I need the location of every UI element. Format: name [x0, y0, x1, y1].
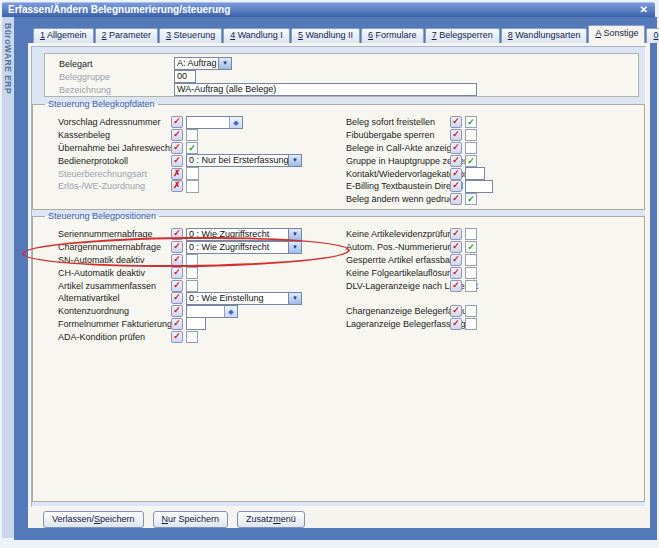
bedienerprotokoll-combobox[interactable]: 0 : Nur bei Ersterfassung/Änderung▼: [186, 154, 302, 167]
chargenanzeige-belegerfassung-flag-icon[interactable]: ✓: [450, 305, 462, 317]
belegart-combobox[interactable]: A: Auftrag▼: [174, 57, 232, 70]
e-billing-textbaustein-direktd-input[interactable]: [465, 180, 493, 193]
bedienerprotokoll-flag-icon[interactable]: ✓: [171, 155, 183, 167]
ada-kondition-pr-fen-flag-icon[interactable]: ✓: [171, 331, 183, 343]
alternativartikel-combobox[interactable]: 0 : Wie Einstellung▼: [186, 292, 302, 305]
dropdown-arrow-icon[interactable]: ▼: [218, 58, 231, 69]
gruppe-in-hauptgruppe-zeigen-flag-icon[interactable]: ✓: [450, 155, 462, 167]
belege-in-call-akte-anzeigen-checkbox[interactable]: [465, 142, 477, 154]
e-billing-textbaustein-direktd-flag-icon[interactable]: ✓: [450, 180, 462, 192]
row-formelnummer-fakturierung: Formelnummer Fakturierung✓: [58, 318, 302, 331]
chargenanzeige-belegerfassung-checkbox[interactable]: [465, 305, 477, 317]
window-titlebar[interactable]: Erfassen/Ändern Belegnumerierung/steueru…: [2, 2, 655, 17]
chargennummernabfrage-value: 0 : Wie Zugriffsrecht: [187, 242, 288, 253]
beleggruppe-input[interactable]: 00: [174, 70, 196, 83]
vorschlag-adressnummer-flag-icon[interactable]: ✓: [171, 116, 183, 128]
tab-wandlungsarten[interactable]: 8 Wandlungsarten: [501, 28, 588, 43]
alternativartikel-value: 0 : Wie Einstellung: [187, 293, 288, 304]
gesperrte-artikel-erfassbar-checkbox[interactable]: [465, 254, 477, 266]
tab-label: Formulare: [373, 30, 417, 40]
formelnummer-fakturierung-flag-icon[interactable]: ✓: [171, 318, 183, 330]
row-dlv-lageranzeige-nach-lagerort: DLV-Lageranzeige nach Lagerort✓: [346, 279, 477, 292]
belegart-value: A: Auftrag: [175, 58, 218, 69]
fibu-bergabe-sperren-checkbox[interactable]: [465, 129, 477, 141]
kontakt-wiedervorlagekategorie-input[interactable]: [465, 167, 485, 180]
alternativartikel-flag-icon[interactable]: ✓: [171, 292, 183, 304]
lageranzeige-belegerfassung-checkbox[interactable]: [465, 318, 477, 330]
button-accel: m: [273, 514, 281, 524]
sn-automatik-deaktiv-flag-icon[interactable]: ✓: [171, 254, 183, 266]
verlassen-speichern-button[interactable]: Verlassen/Speichern: [43, 511, 144, 528]
lookup-diamond-icon[interactable]: ◆: [224, 306, 237, 317]
autom-pos-nummerierung-checkbox[interactable]: ✓: [465, 241, 477, 253]
bezeichnung-input[interactable]: WA-Auftrag (alle Belege): [174, 83, 477, 96]
artikel-zusammenfassen-checkbox[interactable]: [186, 280, 198, 292]
seriennummernabfrage-combobox[interactable]: 0 : Wie Zugriffsrecht▼: [186, 228, 302, 241]
keine-artikelevidenzpr-fung-checkbox[interactable]: [465, 228, 477, 240]
chargennummernabfrage-combobox[interactable]: 0 : Wie Zugriffsrecht▼: [186, 241, 302, 254]
row-bezeichnung: BezeichnungWA-Auftrag (alle Belege): [45, 83, 638, 96]
tab-belegsperren[interactable]: 7 Belegsperren: [425, 28, 500, 43]
dlv-lageranzeige-nach-lagerort-flag-icon[interactable]: ✓: [450, 280, 462, 292]
beleg-ndern-wenn-gedruckt-checkbox[interactable]: ✓: [465, 193, 477, 205]
dlv-lageranzeige-nach-lagerort-checkbox[interactable]: [465, 280, 477, 292]
lageranzeige-belegerfassung-flag-icon[interactable]: ✓: [450, 318, 462, 330]
ch-automatik-deaktiv-checkbox[interactable]: [186, 267, 198, 279]
kassenbeleg-flag-icon[interactable]: ✓: [171, 129, 183, 141]
lookup-diamond-icon[interactable]: ◆: [229, 117, 242, 128]
keine-artikelevidenzpr-fung-flag-icon[interactable]: ✓: [450, 228, 462, 240]
tab-sonstige[interactable]: A Sonstige: [588, 25, 645, 43]
nur-speichern-button[interactable]: Nur Speichern: [153, 511, 229, 528]
erl-s-we-zuordnung-label: Erlös-/WE-Zuordnung: [58, 181, 171, 191]
formelnummer-fakturierung-label: Formelnummer Fakturierung: [58, 319, 171, 329]
sn-automatik-deaktiv-checkbox[interactable]: [186, 254, 198, 266]
gruppe-in-hauptgruppe-zeigen-checkbox[interactable]: ✓: [465, 155, 477, 167]
fibu-bergabe-sperren-flag-icon[interactable]: ✓: [450, 129, 462, 141]
ch-automatik-deaktiv-label: CH-Automatik deaktiv: [58, 268, 171, 278]
kassenbeleg-checkbox[interactable]: [186, 129, 198, 141]
tab-allgemein[interactable]: 1 Allgemein: [33, 28, 94, 43]
beleg-ndern-wenn-gedruckt-flag-icon[interactable]: ✓: [450, 193, 462, 205]
kontakt-wiedervorlagekategorie-flag-icon[interactable]: ✓: [450, 168, 462, 180]
dropdown-arrow-icon[interactable]: ▼: [288, 229, 301, 240]
keine-folgeartikelaufl-sung-checkbox[interactable]: [465, 267, 477, 279]
beleggruppe-label: Beleggruppe: [59, 72, 174, 82]
dropdown-arrow-icon[interactable]: ▼: [288, 242, 301, 253]
dropdown-arrow-icon[interactable]: ▼: [288, 293, 301, 304]
tab-wandlung-i[interactable]: 4 Wandlung I: [223, 28, 290, 43]
erl-s-we-zuordnung-flag-icon[interactable]: ✗: [171, 180, 183, 192]
kontenzuordnung-flag-icon[interactable]: ✓: [171, 305, 183, 317]
seriennummernabfrage-flag-icon[interactable]: ✓: [171, 228, 183, 240]
steuerberechnungsart-flag-icon[interactable]: ✗: [171, 168, 183, 180]
artikel-zusammenfassen-flag-icon[interactable]: ✓: [171, 280, 183, 292]
ch-automatik-deaktiv-flag-icon[interactable]: ✓: [171, 267, 183, 279]
ada-kondition-pr-fen-checkbox[interactable]: [186, 331, 198, 343]
tab-parameter[interactable]: 2 Parameter: [95, 28, 159, 43]
tab-label: Allgemein: [45, 30, 87, 40]
autom-pos-nummerierung-label: Autom. Pos.-Nummerierung: [346, 242, 450, 252]
close-icon[interactable]: ✕: [640, 4, 648, 15]
kontenzuordnung-input[interactable]: ◆: [186, 305, 238, 318]
autom-pos-nummerierung-flag-icon[interactable]: ✓: [450, 241, 462, 253]
row-belegart: BelegartA: Auftrag▼: [45, 57, 638, 70]
tab-wandlung-ii[interactable]: 5 Wandlung II: [291, 28, 360, 43]
zusatzmen-button[interactable]: Zusatzmenü: [237, 511, 305, 528]
tab-bar: 1 Allgemein2 Parameter3 Steuerung4 Wandl…: [33, 26, 659, 43]
bernahme-bei-jahreswechsel-flag-icon[interactable]: ✓: [171, 142, 183, 154]
belege-in-call-akte-anzeigen-flag-icon[interactable]: ✓: [450, 142, 462, 154]
chargennummernabfrage-flag-icon[interactable]: ✓: [171, 241, 183, 253]
formelnummer-fakturierung-input[interactable]: [186, 317, 206, 330]
dropdown-arrow-icon[interactable]: ▼: [288, 155, 301, 166]
keine-folgeartikelaufl-sung-flag-icon[interactable]: ✓: [450, 267, 462, 279]
tab-formulare[interactable]: 6 Formulare: [361, 28, 424, 43]
beleg-sofort-freistellen-checkbox[interactable]: ✓: [465, 116, 477, 128]
tab-label: Steuerung: [171, 30, 215, 40]
gesperrte-artikel-erfassbar-flag-icon[interactable]: ✓: [450, 254, 462, 266]
row-chargennummernabfrage: Chargennummernabfrage✓0 : Wie Zugriffsre…: [58, 241, 302, 254]
tab-wfl-tb[interactable]: 0 WFL/TB: [646, 28, 659, 43]
vorschlag-adressnummer-input[interactable]: ◆: [186, 116, 243, 129]
ada-kondition-pr-fen-label: ADA-Kondition prüfen: [58, 332, 171, 342]
beleg-sofort-freistellen-flag-icon[interactable]: ✓: [450, 116, 462, 128]
bernahme-bei-jahreswechsel-checkbox[interactable]: ✓: [186, 142, 198, 154]
tab-steuerung[interactable]: 3 Steuerung: [159, 28, 222, 43]
